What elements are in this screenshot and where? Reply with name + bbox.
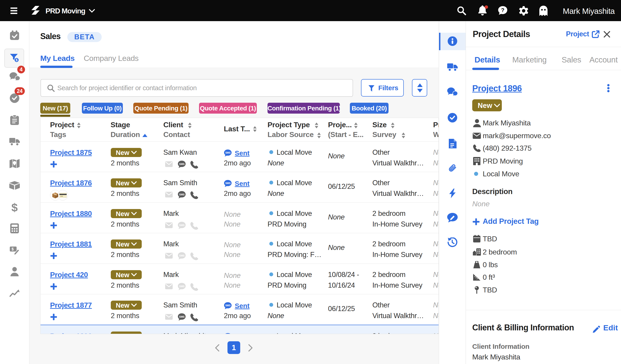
- svg-text:$: $: [12, 247, 14, 251]
- svg-text:SMS: SMS: [179, 193, 185, 196]
- svg-text:SMS: SMS: [225, 304, 230, 307]
- svg-text:$: $: [16, 58, 17, 62]
- svg-text:?: ?: [501, 7, 504, 13]
- svg-text:SMS: SMS: [179, 224, 185, 226]
- svg-text:SMS: SMS: [225, 182, 230, 185]
- svg-text:SMS: SMS: [179, 285, 185, 288]
- svg-text:SMS: SMS: [225, 151, 230, 154]
- svg-text:SMS: SMS: [179, 163, 185, 165]
- svg-text:SMS: SMS: [179, 254, 185, 257]
- svg-text:SMS: SMS: [179, 315, 185, 318]
